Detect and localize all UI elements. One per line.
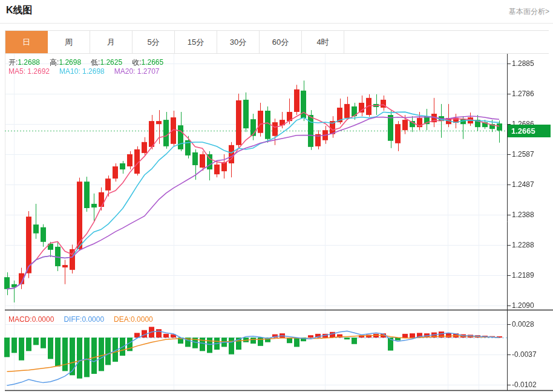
kline-widget: K线图 基本面分析> 日周月5分15分30分60分4时 开:1.2688高:1.… <box>0 0 553 392</box>
price-axis-label: 1.2885 <box>512 59 551 68</box>
price-axis-label: 1.2487 <box>512 180 551 189</box>
ohlc-item-0: 开:1.2688 <box>8 58 40 67</box>
macd-item-1-label: DIFF: <box>64 315 82 324</box>
ohlc-item-0-label: 开: <box>8 58 18 67</box>
macd-item-2-label: DEA: <box>114 315 131 324</box>
fundamental-analysis-link[interactable]: 基本面分析> <box>509 7 549 17</box>
ohlc-item-2: 低:1.2625 <box>91 58 122 67</box>
period-tab-周[interactable]: 周 <box>48 31 90 53</box>
price-axis-label: 1.2090 <box>512 301 551 310</box>
ohlc-item-2-value: 1.2625 <box>100 58 122 67</box>
page-title: K线图 <box>6 4 33 17</box>
macd-item-1: DIFF:0.0000 <box>64 315 104 324</box>
ohlc-item-1-value: 1.2698 <box>59 58 81 67</box>
ma-item-1-value: 1.2698 <box>82 67 105 76</box>
macd-item-2: DEA:0.0000 <box>114 315 153 324</box>
ma-item-0-label: MA5: <box>8 67 27 76</box>
ohlc-item-0-value: 1.2688 <box>18 58 40 67</box>
ohlc-item-3-label: 收: <box>132 58 141 67</box>
widget-header: K线图 基本面分析> <box>0 0 553 24</box>
ma-item-0-value: 1.2692 <box>27 67 50 76</box>
ohlc-item-3-value: 1.2665 <box>141 58 163 67</box>
period-tabbar: 日周月5分15分30分60分4时 <box>5 30 549 54</box>
price-axis-label: 1.2288 <box>512 240 551 250</box>
price-axis-label: 1.2388 <box>512 210 551 220</box>
price-axis-label: 1.2189 <box>512 270 551 280</box>
ma-readout: MA5: 1.2692MA10: 1.2698MA20: 1.2707 <box>8 67 169 76</box>
macd-item-0-value: 0.0000 <box>32 315 54 324</box>
ohlc-item-3: 收:1.2665 <box>132 58 163 67</box>
macd-axis-label: 0.0028 <box>512 319 551 329</box>
ma-item-2-label: MA20: <box>114 67 137 76</box>
ma-item-1-label: MA10: <box>59 67 82 76</box>
macd-item-0: MACD:0.0000 <box>8 315 54 324</box>
macd-item-2-value: 0.0000 <box>131 315 153 324</box>
period-tab-30分[interactable]: 30分 <box>217 31 260 53</box>
ma-item-0: MA5: 1.2692 <box>8 67 50 76</box>
price-axis-label: 1.2587 <box>512 149 551 159</box>
current-price-badge: 1.2665 <box>508 125 551 137</box>
ohlc-item-2-label: 低: <box>91 58 100 67</box>
ohlc-readout: 开:1.2688高:1.2698低:1.2625收:1.2665 <box>8 57 173 68</box>
macd-item-0-label: MACD: <box>8 315 32 324</box>
period-tab-月[interactable]: 月 <box>90 31 133 53</box>
ma-item-2: MA20: 1.2707 <box>114 67 160 76</box>
macd-axis-label: -0.0037 <box>512 350 551 359</box>
macd-item-1-value: 0.0000 <box>82 315 104 324</box>
period-tab-60分[interactable]: 60分 <box>260 31 302 53</box>
macd-readout: MACD:0.0000DIFF:0.0000DEA:0.0000 <box>8 315 163 324</box>
ohlc-item-1-label: 高: <box>50 58 59 67</box>
price-axis-label: 1.2786 <box>512 89 551 99</box>
ma-item-2-value: 1.2707 <box>137 67 160 76</box>
period-tab-15分[interactable]: 15分 <box>175 31 217 53</box>
period-tab-4时[interactable]: 4时 <box>302 31 344 53</box>
ohlc-item-1: 高:1.2698 <box>50 58 81 67</box>
macd-axis-label: -0.0102 <box>512 380 551 390</box>
period-tab-日[interactable]: 日 <box>5 31 48 53</box>
ma-item-1: MA10: 1.2698 <box>59 67 105 76</box>
period-tab-5分[interactable]: 5分 <box>133 31 175 53</box>
